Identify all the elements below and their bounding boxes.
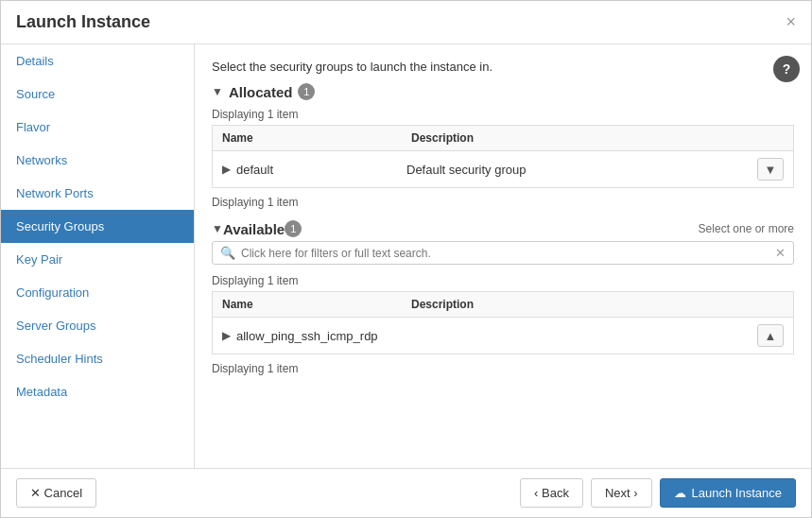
allocated-table: Name Description ▶ default Default secur… (212, 125, 794, 188)
allocated-count-badge: 1 (298, 83, 315, 100)
sidebar-item-source[interactable]: Source (1, 78, 194, 111)
allocated-section-header: ▼ Allocated 1 (212, 83, 794, 100)
close-button[interactable]: × (786, 12, 796, 32)
available-row-allow-ping: ▶ allow_ping_ssh_icmp_rdp ▲ (213, 318, 793, 354)
available-select-label: Select one or more (699, 222, 794, 235)
available-table-header: Name Description (213, 292, 793, 318)
sidebar-item-metadata[interactable]: Metadata (1, 375, 194, 408)
sidebar-item-security-groups[interactable]: Security Groups (1, 210, 194, 243)
available-col-desc: Description (411, 298, 784, 311)
available-displaying-top: Displaying 1 item (212, 270, 794, 291)
modal-header: Launch Instance × (1, 1, 811, 44)
allocated-chevron-icon: ▼ (212, 85, 223, 98)
available-displaying-bottom: Displaying 1 item (212, 358, 794, 379)
available-section-title: Available (223, 221, 285, 237)
sidebar-item-scheduler-hints[interactable]: Scheduler Hints (1, 342, 194, 375)
main-content: ? Select the security groups to launch t… (195, 44, 811, 468)
allocated-row-default: ▶ default Default security group ▼ (213, 151, 793, 187)
next-button[interactable]: Next › (591, 478, 652, 508)
allocated-col-desc: Description (411, 131, 784, 145)
available-row-name: allow_ping_ssh_icmp_rdp (236, 329, 406, 343)
allocated-displaying-bottom: Displaying 1 item (212, 192, 794, 213)
sidebar-item-flavor[interactable]: Flavor (1, 111, 194, 144)
sidebar-item-networks[interactable]: Networks (1, 144, 194, 177)
sidebar-item-key-pair[interactable]: Key Pair (1, 243, 194, 276)
sidebar-item-network-ports[interactable]: Network Ports (1, 177, 194, 210)
available-search-input[interactable] (241, 247, 769, 260)
launch-icon: ☁ (674, 486, 686, 500)
allocated-row-remove-button[interactable]: ▼ (757, 158, 784, 181)
allocated-row-desc: Default security group (406, 163, 757, 177)
sidebar-item-details[interactable]: Details (1, 44, 194, 78)
allocated-table-header: Name Description (213, 126, 793, 151)
search-clear-icon[interactable]: ✕ (775, 246, 786, 260)
allocated-row-expand-icon[interactable]: ▶ (222, 163, 231, 176)
available-section-header: ▼ Available 1 Select one or more (212, 220, 794, 237)
sidebar-item-configuration[interactable]: Configuration (1, 276, 194, 309)
available-search-bar: 🔍 ✕ (212, 241, 794, 265)
allocated-section-title: Allocated (229, 84, 293, 100)
available-row-add-button[interactable]: ▲ (757, 324, 784, 347)
sidebar-item-server-groups[interactable]: Server Groups (1, 309, 194, 342)
available-count-badge: 1 (285, 220, 302, 237)
cancel-button[interactable]: ✕ Cancel (16, 478, 96, 508)
launch-instance-modal: Launch Instance × DetailsSourceFlavorNet… (0, 0, 812, 518)
allocated-col-name: Name (222, 131, 411, 145)
back-button[interactable]: ‹ Back (520, 478, 583, 508)
section-description: Select the security groups to launch the… (212, 60, 794, 74)
available-col-name: Name (222, 298, 411, 311)
help-button[interactable]: ? (773, 56, 800, 82)
available-row-expand-icon[interactable]: ▶ (222, 329, 231, 342)
launch-label: Launch Instance (692, 486, 782, 500)
footer-right: ‹ Back Next › ☁ Launch Instance (520, 478, 796, 508)
launch-instance-button[interactable]: ☁ Launch Instance (660, 478, 796, 508)
available-table: Name Description ▶ allow_ping_ssh_icmp_r… (212, 291, 794, 354)
sidebar: DetailsSourceFlavorNetworksNetwork Ports… (1, 44, 195, 468)
modal-title: Launch Instance (16, 12, 150, 32)
search-icon: 🔍 (220, 246, 235, 260)
allocated-row-name: default (236, 163, 406, 177)
allocated-displaying-top: Displaying 1 item (212, 104, 794, 125)
available-chevron-icon: ▼ (212, 222, 223, 235)
modal-footer: ✕ Cancel ‹ Back Next › ☁ Launch Instance (1, 468, 811, 517)
modal-body: DetailsSourceFlavorNetworksNetwork Ports… (1, 44, 811, 468)
footer-left: ✕ Cancel (16, 478, 96, 508)
